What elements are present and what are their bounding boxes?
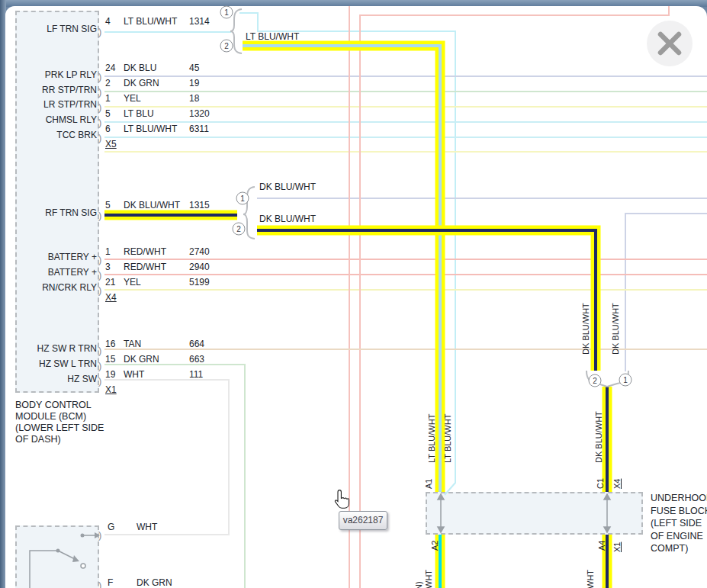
wire-color: YEL bbox=[124, 94, 141, 104]
wire-color: TAN bbox=[124, 339, 141, 349]
wire-label-dk-blu-wht-vert-3: DK BLU/WHT bbox=[594, 411, 604, 463]
wire-label-lt-blu-wht-vert-1: LT BLU/WHT bbox=[427, 414, 437, 463]
switch-pin-f-row: FDK GRN bbox=[108, 578, 113, 588]
circuit-num: 19 bbox=[189, 79, 199, 88]
pin-bracket: ) bbox=[98, 210, 101, 221]
pin-num: 15 bbox=[105, 354, 115, 365]
wire-color: YEL bbox=[124, 278, 141, 288]
pin-bracket: ) bbox=[98, 375, 101, 387]
clipped-label-left-outer: N) bbox=[414, 581, 424, 588]
terminal-a1: A1 bbox=[424, 479, 434, 489]
pin-row: 19WHT111 bbox=[105, 370, 115, 380]
terminal-link-x1[interactable]: X1 bbox=[612, 542, 622, 552]
pin-row: 24DK BLU45 bbox=[105, 63, 115, 73]
circuit-num: 6311 bbox=[189, 124, 209, 134]
wire-color: DK BLU/WHT bbox=[124, 201, 180, 210]
connector-link-x4[interactable]: X4 bbox=[105, 293, 117, 303]
pin-row: 4LT BLU/WHT1314 bbox=[105, 17, 111, 27]
terminal-a4: A4 bbox=[597, 541, 607, 551]
fuse-caption-line4: OF ENGINE bbox=[651, 530, 707, 543]
circuit-num: 45 bbox=[189, 63, 199, 73]
bcm-caption-line2: MODULE (BCM) bbox=[15, 411, 104, 423]
close-button[interactable] bbox=[647, 21, 693, 66]
circuit-num: 111 bbox=[189, 370, 203, 380]
terminal-link-x4[interactable]: X4 bbox=[612, 479, 622, 489]
circuit-num: 2740 bbox=[189, 247, 210, 257]
pin-label-battery-2: BATTERY + bbox=[13, 268, 97, 278]
fuse-block-caption: UNDERHOOD FUSE BLOCK (LEFT SIDE OF ENGIN… bbox=[651, 492, 707, 555]
pin-row: 2DK GRN19 bbox=[105, 79, 111, 88]
wire-color: RED/WHT bbox=[124, 262, 166, 272]
circuit-num: 2940 bbox=[189, 262, 210, 272]
pin-row: 1RED/WHT2740 bbox=[105, 247, 111, 257]
pin-row: 3RED/WHT2940 bbox=[105, 262, 111, 272]
close-icon bbox=[647, 21, 693, 66]
terminal-c1: C1 bbox=[596, 478, 606, 489]
wire-color: DK BLU bbox=[124, 63, 156, 73]
wire-color: LT BLU/WHT bbox=[124, 124, 177, 134]
wire-label-dk-blu-wht-vert-1: DK BLU/WHT bbox=[581, 303, 591, 355]
pin-label-rf-trn-sig: RF TRN SIG bbox=[13, 208, 97, 218]
pin-bracket: ) bbox=[98, 360, 101, 371]
pin-row: 21YEL5199 bbox=[105, 278, 115, 288]
hand-cursor bbox=[333, 489, 351, 510]
pin-label-rr-stp-trn: RR STP/TRN bbox=[13, 85, 97, 95]
clipped-label-left-inner: WHT bbox=[424, 570, 434, 588]
circuit-num: 1314 bbox=[189, 17, 210, 27]
terminal-a2: A2 bbox=[430, 541, 440, 551]
bcm-caption-line3: (LOWER LEFT SIDE bbox=[15, 423, 104, 434]
pin-bracket: ) bbox=[98, 580, 101, 588]
diagram-labels: LF TRN SIG PRK LP RLY RR STP/TRN LR STP/… bbox=[0, 0, 707, 588]
pin-num: 5 bbox=[105, 108, 111, 119]
pin-bracket: ) bbox=[98, 132, 101, 143]
pin-row: 16TAN664 bbox=[105, 339, 115, 349]
pin-bracket: ) bbox=[98, 26, 101, 37]
pin-num: 4 bbox=[105, 16, 111, 27]
pin-num: 6 bbox=[105, 124, 111, 134]
fuse-caption-line2: FUSE BLOCK bbox=[651, 505, 707, 518]
pin-label-hz-sw: HZ SW bbox=[13, 374, 97, 384]
wire-color: LT BLU/WHT bbox=[124, 17, 177, 27]
switch-pin-f: F bbox=[108, 577, 113, 588]
wiring-diagram-viewer: { "window": { "close_button": "close" },… bbox=[0, 0, 707, 588]
circuit-num: 18 bbox=[189, 94, 199, 104]
wire-color: WHT bbox=[124, 370, 144, 380]
pin-bracket: ) bbox=[98, 117, 101, 128]
pin-label-prk-lp-rly: PRK LP RLY bbox=[13, 70, 97, 80]
wire-color: DK GRN bbox=[124, 79, 159, 88]
switch-pin-g-row: GWHT bbox=[108, 522, 114, 532]
fuse-caption-line1: UNDERHOOD bbox=[651, 492, 707, 505]
circuit-num: 5199 bbox=[189, 278, 210, 288]
pin-row: 1YEL18 bbox=[105, 94, 111, 104]
wire-color: LT BLU bbox=[124, 109, 154, 119]
pin-num: 24 bbox=[105, 63, 115, 73]
pin-label-hz-sw-l-trn: HZ SW L TRN bbox=[13, 359, 97, 369]
connector-link-x5[interactable]: X5 bbox=[105, 140, 117, 149]
pin-num: 3 bbox=[105, 262, 111, 272]
wire-label-dk-blu-wht-2: DK BLU/WHT bbox=[259, 214, 316, 224]
wire-id-tooltip: va262187 bbox=[339, 511, 387, 530]
fuse-caption-line3: (LEFT SIDE bbox=[651, 517, 707, 530]
pin-label-lr-stp-trn: LR STP/TRN bbox=[13, 100, 97, 110]
pin-bracket: ) bbox=[98, 86, 101, 98]
pin-label-tcc-brk: TCC BRK bbox=[13, 130, 97, 140]
pin-num: 21 bbox=[105, 277, 115, 288]
pin-row: 5DK BLU/WHT1315 bbox=[105, 201, 111, 210]
wire-color: DK GRN bbox=[124, 355, 159, 365]
pin-row: 6LT BLU/WHT6311 bbox=[105, 124, 111, 134]
connector-link-x1[interactable]: X1 bbox=[105, 385, 117, 395]
bcm-caption-line4: OF DASH) bbox=[15, 434, 104, 445]
pin-label-battery-1: BATTERY + bbox=[13, 252, 97, 262]
pin-bracket: ) bbox=[98, 254, 101, 265]
circuit-num: 664 bbox=[189, 339, 204, 349]
wire-color: RED/WHT bbox=[124, 247, 166, 257]
bcm-caption: BODY CONTROL MODULE (BCM) (LOWER LEFT SI… bbox=[15, 400, 104, 445]
wire-label-dk-blu-wht-1: DK BLU/WHT bbox=[259, 182, 316, 192]
pin-bracket: ) bbox=[98, 269, 101, 281]
clipped-label-right: WHT bbox=[586, 570, 596, 588]
pin-label-chmsl-rly: CHMSL RLY bbox=[13, 115, 97, 125]
pin-num: 1 bbox=[105, 93, 111, 104]
pin-bracket: ) bbox=[98, 71, 101, 82]
wire-label-dk-blu-wht-vert-2: DK BLU/WHT bbox=[611, 303, 621, 355]
pin-bracket: ) bbox=[98, 529, 101, 541]
